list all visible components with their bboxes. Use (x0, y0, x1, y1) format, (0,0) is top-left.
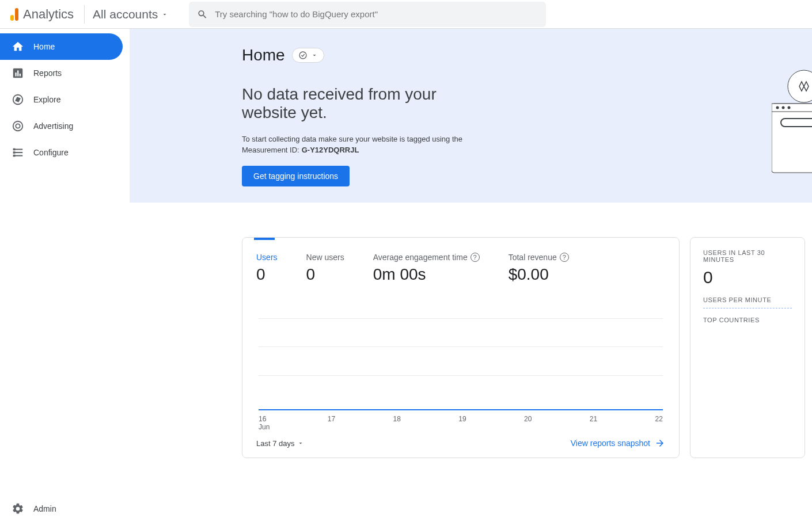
svg-point-19 (788, 106, 791, 109)
account-selector-label: All accounts (93, 7, 158, 21)
metric-label: Total revenue ? (509, 253, 569, 262)
metric-users[interactable]: Users 0 (256, 253, 278, 284)
sidebar: Home Reports Explore Advertising Configu… (0, 29, 130, 522)
search-bar[interactable] (189, 2, 546, 27)
sidebar-item-configure[interactable]: Configure (0, 139, 123, 166)
account-selector[interactable]: All accounts (84, 5, 176, 24)
svg-point-18 (782, 106, 785, 109)
configure-icon (12, 146, 24, 159)
metric-value: 0 (256, 265, 278, 284)
metric-label: Average engagement time ? (373, 253, 480, 262)
sidebar-item-label: Admin (33, 504, 56, 513)
page-title: Home (242, 46, 285, 64)
analytics-logo-icon (10, 8, 18, 21)
product-name: Analytics (23, 7, 74, 22)
link-label: View reports snapshot (571, 439, 650, 448)
sidebar-item-label: Configure (33, 148, 69, 157)
metric-new-users[interactable]: New users 0 (306, 253, 344, 284)
metric-value: $0.00 (509, 265, 569, 284)
sidebar-item-label: Explore (33, 95, 60, 104)
get-tagging-instructions-button[interactable]: Get tagging instructions (242, 166, 350, 186)
chart-x-axis: 16 Jun 17 18 19 20 21 22 (259, 415, 663, 431)
sidebar-item-reports[interactable]: Reports (0, 60, 123, 86)
gear-icon (12, 502, 24, 515)
search-icon (197, 9, 208, 20)
chart-tick: 19 (458, 415, 466, 431)
svg-rect-16 (772, 104, 812, 112)
checkmark-circle-icon (298, 51, 308, 60)
chart-tick: 18 (393, 415, 401, 431)
chart-tick: 16 (259, 415, 266, 423)
users-30min-label: USERS IN LAST 30 MINUTES (703, 249, 792, 263)
metric-avg-engagement[interactable]: Average engagement time ? 0m 00s (373, 253, 480, 284)
users-per-minute-label: USERS PER MINUTE (703, 296, 792, 303)
chart-month-label: Jun (259, 423, 270, 431)
chevron-down-icon (161, 11, 168, 18)
chart-tick: 22 (655, 415, 663, 431)
active-tab-indicator (254, 238, 275, 240)
svg-rect-3 (20, 74, 21, 77)
hero-description: To start collecting data make sure your … (242, 135, 472, 143)
users-chart (259, 295, 663, 410)
metric-total-revenue[interactable]: Total revenue ? $0.00 (509, 253, 569, 284)
sidebar-item-home[interactable]: Home (0, 33, 123, 60)
date-range-selector[interactable]: Last 7 days (256, 439, 304, 448)
home-icon (12, 40, 24, 53)
svg-point-6 (16, 124, 20, 128)
chart-tick: 21 (590, 415, 597, 431)
chart-tick: 17 (328, 415, 335, 431)
search-input[interactable] (215, 9, 538, 19)
chevron-down-icon (297, 440, 304, 447)
sidebar-item-label: Home (33, 42, 55, 51)
explore-icon (12, 93, 24, 106)
svg-rect-9 (13, 155, 16, 157)
main-content: Home No data received from your website … (130, 29, 812, 522)
svg-rect-8 (13, 151, 16, 154)
verify-pill[interactable] (292, 48, 324, 63)
metric-label: New users (306, 253, 344, 262)
svg-point-5 (13, 121, 23, 131)
view-reports-snapshot-link[interactable]: View reports snapshot (571, 438, 665, 448)
no-data-heading: No data received from your website yet. (242, 85, 484, 122)
chevron-down-icon (311, 52, 318, 59)
metric-value: 0 (306, 265, 344, 284)
divider (703, 308, 792, 308)
product-logo[interactable]: Analytics (5, 7, 79, 22)
svg-point-21 (788, 70, 812, 102)
svg-rect-1 (15, 73, 16, 76)
users-30min-value: 0 (703, 268, 792, 287)
top-countries-label: TOP COUNTRIES (703, 317, 792, 323)
hero-banner: Home No data received from your website … (130, 29, 812, 203)
svg-point-10 (299, 52, 306, 59)
sidebar-item-advertising[interactable]: Advertising (0, 113, 123, 139)
measurement-id-label: Measurement ID: (242, 146, 299, 154)
metric-label: Users (256, 253, 278, 262)
hero-illustration (772, 69, 812, 184)
metric-value: 0m 00s (373, 265, 480, 284)
measurement-id-value: G-Y12YDQRRJL (302, 146, 359, 154)
svg-rect-15 (772, 104, 812, 173)
svg-rect-20 (781, 119, 812, 127)
advertising-icon (12, 120, 24, 132)
sidebar-item-explore[interactable]: Explore (0, 86, 123, 113)
help-icon[interactable]: ? (560, 253, 569, 262)
svg-rect-7 (13, 148, 16, 151)
reports-icon (12, 67, 24, 79)
sidebar-item-admin[interactable]: Admin (0, 496, 123, 522)
help-icon[interactable]: ? (470, 253, 480, 262)
date-range-label: Last 7 days (256, 439, 295, 448)
top-bar: Analytics All accounts (0, 0, 812, 29)
chart-tick: 20 (524, 415, 532, 431)
arrow-right-icon (655, 438, 665, 448)
sidebar-item-label: Reports (33, 68, 62, 78)
sidebar-item-label: Advertising (33, 121, 73, 131)
svg-rect-2 (17, 70, 18, 76)
overview-card: Users 0 New users 0 Average engagement t… (242, 237, 680, 458)
svg-point-17 (776, 106, 779, 109)
realtime-card: USERS IN LAST 30 MINUTES 0 USERS PER MIN… (690, 237, 805, 458)
